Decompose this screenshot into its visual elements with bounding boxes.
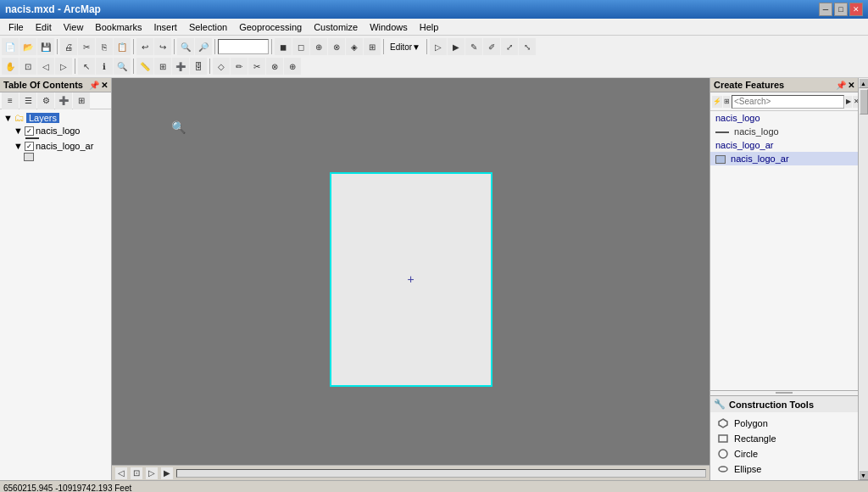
zoom-full[interactable]: ⊡: [19, 58, 36, 75]
organize-btn[interactable]: ⊞: [723, 96, 731, 108]
menu-file[interactable]: File: [3, 20, 29, 34]
pan-button[interactable]: ✋: [2, 58, 19, 75]
toc-pin-button[interactable]: 📌: [89, 81, 99, 90]
map-scroll-h[interactable]: [176, 469, 706, 478]
menu-geoprocessing[interactable]: Geoprocessing: [234, 20, 307, 34]
close-button[interactable]: ✕: [849, 3, 863, 16]
create-features-header: Create Features 📌 ✕: [710, 78, 858, 92]
arc-catalog-btn[interactable]: 🗄: [190, 58, 207, 75]
new-button[interactable]: 📄: [2, 38, 19, 55]
menu-insert[interactable]: Insert: [148, 20, 182, 34]
toc-close-button[interactable]: ✕: [101, 81, 108, 90]
scale-input[interactable]: 1:3.715: [218, 39, 269, 54]
add-data-btn[interactable]: ➕: [172, 58, 189, 75]
sep3: [174, 39, 175, 54]
toc-add-data[interactable]: ➕: [55, 92, 72, 109]
scroll-thumb[interactable]: [860, 89, 868, 115]
edit-tool-3[interactable]: ✎: [465, 38, 482, 55]
sep9: [133, 59, 134, 74]
tool-circle[interactable]: Circle: [710, 446, 858, 461]
panel-close-button[interactable]: ✕: [848, 81, 854, 90]
edit-vertices-btn[interactable]: ◇: [213, 58, 230, 75]
menu-view[interactable]: View: [58, 20, 89, 34]
select-btn[interactable]: ↖: [78, 58, 95, 75]
paste-button[interactable]: 📋: [114, 38, 131, 55]
cut-button[interactable]: ✂: [78, 38, 95, 55]
expand-icon-nacis-logo-ar: ▼: [14, 141, 23, 151]
clip-btn[interactable]: ✂: [248, 58, 265, 75]
zoom-in-btn[interactable]: 🔍: [177, 38, 194, 55]
sketch-btn[interactable]: ✏: [231, 58, 248, 75]
merge-btn[interactable]: ⊕: [284, 58, 301, 75]
toc-item-nacis-logo[interactable]: ▼ ✓ nacis_logo: [12, 125, 109, 137]
checkbox-nacis-logo[interactable]: ✓: [25, 126, 34, 136]
measure-btn[interactable]: 📏: [136, 58, 153, 75]
toc-options[interactable]: ⚙: [37, 92, 54, 109]
scroll-up-button[interactable]: ▲: [859, 78, 869, 88]
map-tools-5[interactable]: ◈: [346, 38, 363, 55]
nav-overview[interactable]: ⊡: [131, 467, 142, 479]
map-tools-3[interactable]: ⊕: [310, 38, 327, 55]
layout-btn[interactable]: ⊞: [154, 58, 171, 75]
title-bar: nacis.mxd - ArcMap ─ □ ✕: [0, 0, 868, 19]
editor-dropdown[interactable]: Editor▼: [387, 42, 424, 52]
map-tools-6[interactable]: ⊞: [364, 38, 381, 55]
toc-details-view[interactable]: ☰: [19, 92, 36, 109]
toc-item-layers[interactable]: ▼ 🗂 Layers: [2, 111, 109, 125]
zoom-out-btn[interactable]: 🔎: [195, 38, 212, 55]
edit-tool-5[interactable]: ⤢: [501, 38, 518, 55]
find-btn[interactable]: 🔍: [114, 58, 131, 75]
save-button[interactable]: 💾: [37, 38, 54, 55]
tool-ellipse[interactable]: Ellipse: [710, 461, 858, 477]
nacis-logo-label: nacis_logo: [36, 126, 81, 136]
features-list: nacis_logo nacis_logo nacis_logo_ar naci…: [710, 111, 858, 390]
checkbox-nacis-logo-ar[interactable]: ✓: [25, 142, 34, 151]
coordinates-display: 6560215.945 -10919742.193 Feet: [3, 484, 131, 492]
scroll-down-button[interactable]: ▼: [859, 470, 869, 480]
redo-button[interactable]: ↪: [154, 38, 171, 55]
feature-nacis-logo-ar-2[interactable]: nacis_logo_ar: [710, 152, 858, 165]
search-go-btn[interactable]: ▶: [845, 96, 852, 108]
feature-search-input[interactable]: [732, 95, 844, 109]
menu-selection[interactable]: Selection: [184, 20, 232, 34]
nav-fwd[interactable]: ▷: [146, 467, 158, 479]
maximize-button[interactable]: □: [834, 3, 848, 16]
print-button[interactable]: 🖨: [60, 38, 77, 55]
zoom-cursor-icon: 🔍: [171, 120, 186, 134]
nav-back[interactable]: ◁: [115, 467, 127, 479]
map-page: +: [330, 172, 492, 387]
map-area[interactable]: 🔍 + ◁ ⊡ ▷ ▶: [112, 78, 709, 480]
menu-help[interactable]: Help: [415, 20, 444, 34]
feature-nacis-logo-ar-1[interactable]: nacis_logo_ar: [710, 138, 858, 152]
edit-tool-1[interactable]: ▷: [430, 38, 447, 55]
feature-nacis-logo-line[interactable]: nacis_logo: [710, 125, 858, 138]
menu-windows[interactable]: Windows: [364, 20, 413, 34]
undo-button[interactable]: ↩: [136, 38, 153, 55]
minimize-button[interactable]: ─: [819, 3, 832, 16]
map-tools-2[interactable]: ◻: [292, 38, 309, 55]
panel-pin-button[interactable]: 📌: [836, 81, 846, 90]
map-tools-1[interactable]: ◼: [275, 38, 292, 55]
tool-polygon[interactable]: Polygon: [710, 416, 858, 431]
menu-customize[interactable]: Customize: [309, 20, 363, 34]
edit-tool-6[interactable]: ⤡: [519, 38, 536, 55]
identify-btn[interactable]: ℹ: [96, 58, 113, 75]
edit-tool-2[interactable]: ▶: [448, 38, 465, 55]
toc-list-view[interactable]: ≡: [2, 92, 19, 109]
zoom-prev[interactable]: ◁: [37, 58, 54, 75]
toc-expand-all[interactable]: ⊞: [73, 92, 90, 109]
menu-bookmarks[interactable]: Bookmarks: [90, 20, 147, 34]
construction-icon: 🔧: [714, 399, 726, 410]
open-button[interactable]: 📂: [19, 38, 36, 55]
feature-nacis-logo[interactable]: nacis_logo: [710, 111, 858, 125]
map-tools-4[interactable]: ⊗: [328, 38, 345, 55]
tool-rectangle[interactable]: Rectangle: [710, 431, 858, 446]
split-btn[interactable]: ⊗: [266, 58, 283, 75]
edit-tool-4[interactable]: ✐: [483, 38, 500, 55]
menu-edit[interactable]: Edit: [31, 20, 57, 34]
zoom-next[interactable]: ▷: [55, 58, 72, 75]
new-feature-btn[interactable]: ⚡: [712, 96, 722, 108]
toc-item-nacis-logo-ar[interactable]: ▼ ✓ nacis_logo_ar: [12, 140, 109, 152]
nav-end[interactable]: ▶: [161, 467, 173, 479]
copy-button[interactable]: ⎘: [96, 38, 113, 55]
